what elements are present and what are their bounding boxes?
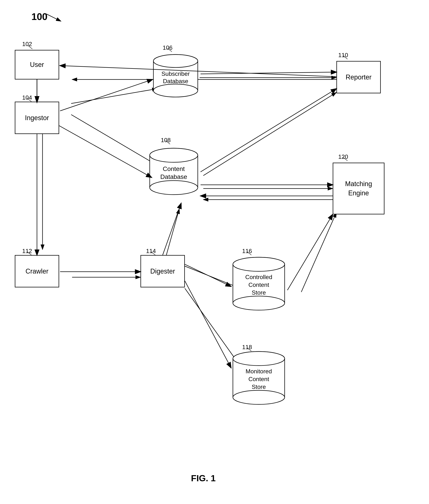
svg-point-27 — [153, 54, 198, 67]
fig-label: FIG. 1 — [176, 473, 231, 483]
crawler-label: Crawler — [26, 267, 48, 275]
svg-text:Subscriber: Subscriber — [161, 71, 190, 77]
svg-text:Controlled: Controlled — [245, 274, 272, 280]
ingestor-box: Ingestor — [15, 102, 59, 134]
svg-point-58 — [233, 352, 285, 366]
svg-text:Store: Store — [252, 289, 266, 296]
svg-text:Database: Database — [160, 173, 187, 180]
svg-point-57 — [233, 390, 285, 404]
user-box: User — [15, 50, 59, 80]
svg-text:Monitored: Monitored — [246, 368, 272, 375]
user-label: User — [30, 61, 44, 69]
svg-text:Content: Content — [163, 165, 185, 172]
svg-line-62 — [343, 157, 348, 161]
subscriber-db-cylinder: Subscriber Database — [152, 53, 200, 102]
svg-line-4 — [71, 115, 159, 166]
diagram-container: 100 102 User 104 Ingestor 106 — [0, 0, 429, 504]
subscriber-ref-arrow — [167, 48, 173, 53]
svg-line-39 — [343, 55, 348, 59]
svg-point-35 — [150, 181, 198, 195]
svg-line-21 — [167, 48, 172, 52]
svg-line-3 — [71, 89, 157, 104]
user-to-ingestor-arrow — [35, 80, 39, 104]
svg-line-17 — [28, 45, 32, 49]
matching-ref-arrow — [343, 157, 349, 162]
matching-engine-box: MatchingEngine — [333, 163, 384, 214]
content-db-ref-arrow — [165, 141, 171, 145]
svg-line-41 — [151, 251, 155, 255]
svg-point-48 — [233, 257, 285, 271]
svg-point-26 — [153, 84, 198, 97]
svg-line-30 — [165, 141, 170, 144]
svg-line-42 — [247, 251, 251, 255]
svg-line-11 — [166, 209, 179, 255]
digester-label: Digester — [150, 267, 175, 275]
svg-text:Content: Content — [248, 282, 269, 288]
svg-point-47 — [233, 296, 285, 310]
svg-point-36 — [150, 148, 198, 162]
svg-text:Content: Content — [248, 376, 269, 382]
monitored-store-cylinder: Monitored Content Store — [231, 351, 286, 412]
title-arrow — [44, 12, 67, 23]
digester-box: Digester — [141, 255, 185, 287]
svg-line-15 — [46, 14, 61, 21]
reporter-box: Reporter — [336, 61, 381, 93]
controlled-ref-arrow — [247, 251, 252, 256]
controlled-store-cylinder: Controlled Content Store — [231, 257, 286, 318]
reporter-ref-arrow — [343, 55, 349, 60]
matching-engine-label: MatchingEngine — [345, 179, 372, 198]
svg-line-18 — [27, 98, 31, 102]
svg-line-14 — [301, 212, 336, 292]
crawler-box: Crawler — [15, 255, 59, 287]
reporter-label: Reporter — [346, 73, 372, 81]
svg-text:Store: Store — [252, 383, 266, 390]
svg-line-6 — [203, 92, 336, 176]
content-db-cylinder: Content Database — [148, 148, 200, 202]
svg-text:Database: Database — [163, 78, 188, 84]
ingestor-label: Ingestor — [25, 114, 49, 122]
svg-line-52 — [247, 347, 251, 351]
svg-line-40 — [27, 251, 31, 255]
user-ref-arrow — [28, 45, 33, 50]
